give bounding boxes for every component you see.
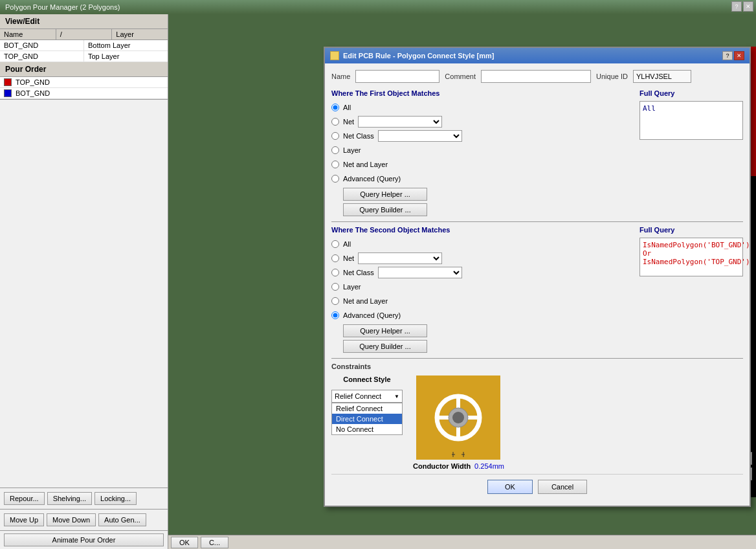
query-builder-first-button[interactable]: Query Builder ... <box>343 203 427 216</box>
locking-button[interactable]: Locking... <box>94 492 137 505</box>
shelving-button[interactable]: Shelving... <box>47 492 92 505</box>
radio-layer-second-label: Layer <box>343 283 361 291</box>
radio-advanced-first[interactable] <box>331 175 339 183</box>
title-bar-buttons[interactable]: ? ✕ <box>731 1 753 12</box>
conductor-width-row: Conductor Width 0.254mm <box>413 462 504 470</box>
full-query-second-title: Full Query <box>639 226 743 234</box>
constraints-title: Constraints <box>331 363 743 370</box>
name-input[interactable] <box>355 70 439 83</box>
move-down-button[interactable]: Move Down <box>47 513 96 526</box>
comment-input[interactable] <box>481 70 591 83</box>
title-bar: Polygon Pour Manager (2 Polygons) ? ✕ <box>0 0 756 14</box>
full-query-second-box: IsNamedPolygon('BOT_GND') Or IsNamedPoly… <box>639 238 743 276</box>
second-object-title: Where The Second Object Matches <box>331 226 633 234</box>
radio-layer-second[interactable] <box>331 283 339 291</box>
option-direct[interactable]: Direct Connect <box>332 414 402 424</box>
dropdown-arrow-icon: ▼ <box>394 394 399 399</box>
first-object-radios: All Net Net Class <box>331 101 633 185</box>
radio-net-second[interactable] <box>331 254 339 262</box>
move-up-button[interactable]: Move Up <box>4 513 44 526</box>
second-object-radios: All Net Net Class <box>331 238 633 322</box>
radio-net-first-label: Net <box>343 118 354 126</box>
radio-all-second[interactable] <box>331 240 339 248</box>
full-query-second-section: Full Query IsNamedPolygon('BOT_GND') Or … <box>639 226 743 353</box>
pcb-preview-svg <box>416 375 500 460</box>
radio-net-first[interactable] <box>331 118 339 126</box>
dialog-close-button[interactable]: ✕ <box>734 51 744 60</box>
color-indicator-bot <box>4 89 12 97</box>
left-panel: View/Edit Name / Layer BOT_GND Bottom La… <box>0 14 168 549</box>
radio-netclass-second-label: Net Class <box>343 269 374 276</box>
list-item[interactable]: TOP_GND <box>0 77 168 88</box>
connect-style-dropdown[interactable]: Relief Connect ▼ <box>331 390 403 403</box>
action-buttons-row2: Move Up Move Down Auto Gen... <box>0 509 168 530</box>
col-sort[interactable]: / <box>56 29 113 39</box>
row2-name: TOP_GND <box>0 51 84 62</box>
second-radio-netlayer: Net and Layer <box>331 295 633 308</box>
pour-order-section: Pour Order TOP_GND BOT_GND <box>0 62 168 487</box>
close-btn[interactable]: ✕ <box>743 1 753 12</box>
dialog-title: Edit PCB Rule - Polygon Connect Style [m… <box>343 52 494 60</box>
svg-point-23 <box>452 412 464 423</box>
cancel-button-main[interactable]: C... <box>201 537 228 548</box>
netclass-dropdown-second[interactable] <box>378 267 462 278</box>
radio-advanced-first-label: Advanced (Query) <box>343 175 401 183</box>
separator-2 <box>331 358 743 359</box>
first-radio-net: Net <box>331 115 633 128</box>
pour-list: TOP_GND BOT_GND <box>0 77 168 100</box>
dialog-title-bar: Edit PCB Rule - Polygon Connect Style [m… <box>325 48 750 63</box>
radio-netlayer-second[interactable] <box>331 297 339 305</box>
list-item[interactable]: BOT_GND <box>0 88 168 99</box>
radio-layer-first[interactable] <box>331 146 339 154</box>
radio-advanced-second[interactable] <box>331 311 339 319</box>
option-noconnect[interactable]: No Connect <box>332 424 402 434</box>
dialog-help-button[interactable]: ? <box>722 51 733 60</box>
edit-pcb-rule-dialog: Edit PCB Rule - Polygon Connect Style [m… <box>324 47 751 507</box>
radio-all-first-label: All <box>343 104 351 111</box>
dialog-footer: OK Cancel <box>331 474 743 499</box>
radio-netlayer-first[interactable] <box>331 161 339 168</box>
ok-button-main[interactable]: OK <box>171 537 198 548</box>
radio-netclass-second[interactable] <box>331 269 339 276</box>
radio-net-second-label: Net <box>343 254 354 262</box>
constraints-section: Constraints Connect Style Relief Connect… <box>331 363 743 470</box>
second-object-section: Where The Second Object Matches All Net <box>331 226 633 353</box>
row1-name: BOT_GND <box>0 40 84 50</box>
conductor-width-value: 0.254mm <box>474 462 504 470</box>
second-radio-advanced: Advanced (Query) <box>331 309 633 322</box>
query-helper-second-button[interactable]: Query Helper ... <box>343 324 427 337</box>
table-row[interactable]: TOP_GND Top Layer <box>0 51 168 62</box>
animate-button[interactable]: Animate Pour Order <box>4 533 164 546</box>
net-dropdown-first[interactable] <box>358 116 442 128</box>
full-query-first-value: All <box>643 104 656 113</box>
radio-all-first[interactable] <box>331 104 339 111</box>
dialog-body: Name Comment Unique ID Where The First O… <box>325 63 750 506</box>
dialog-controls[interactable]: ? ✕ <box>722 51 744 60</box>
repour-button[interactable]: Repour... <box>4 492 45 505</box>
net-dropdown-second[interactable] <box>358 252 442 264</box>
right-panel: Ignore On-Line DRC Violations <box>168 14 756 549</box>
dialog-cancel-button[interactable]: Cancel <box>538 480 587 494</box>
option-relief[interactable]: Relief Connect <box>332 403 402 414</box>
help-btn[interactable]: ? <box>731 1 742 12</box>
first-radio-all: All <box>331 101 633 114</box>
table-header: Name / Layer <box>0 29 168 40</box>
first-radio-layer: Layer <box>331 144 633 157</box>
auto-gen-button[interactable]: Auto Gen... <box>98 513 146 526</box>
dialog-ok-button[interactable]: OK <box>487 480 533 494</box>
bottom-bar: OK C... <box>168 535 756 549</box>
pcb-preview-container: Conductor Width 0.254mm <box>413 375 504 470</box>
full-query-first-box: All <box>639 101 743 140</box>
second-radio-all: All <box>331 238 633 251</box>
table-row[interactable]: BOT_GND Bottom Layer <box>0 40 168 51</box>
query-helper-first-button[interactable]: Query Helper ... <box>343 188 427 201</box>
first-object-title: Where The First Object Matches <box>331 89 633 97</box>
col-layer: Layer <box>112 29 168 39</box>
netclass-dropdown-first[interactable] <box>378 130 462 142</box>
query-builder-second-button[interactable]: Query Builder ... <box>343 340 427 353</box>
name-comment-row: Name Comment Unique ID <box>331 70 743 83</box>
radio-netclass-first[interactable] <box>331 132 339 140</box>
main-window: View/Edit Name / Layer BOT_GND Bottom La… <box>0 14 756 549</box>
connect-style-dropdown-wrapper: Relief Connect ▼ Relief Connect Direct C… <box>331 390 403 403</box>
second-query-buttons: Query Helper ... Query Builder ... <box>331 324 633 353</box>
